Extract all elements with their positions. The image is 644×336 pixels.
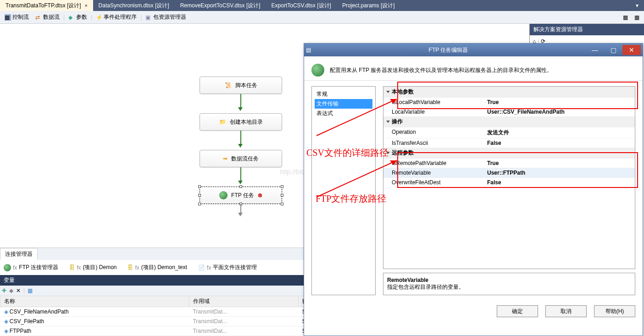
task-dataflow[interactable]: ➡数据流任务: [200, 150, 282, 167]
conn-flatfile[interactable]: 📄fx平面文件连接管理: [198, 264, 257, 271]
cat-remote[interactable]: 远程参数: [383, 148, 635, 158]
db-icon: 🗄: [128, 264, 133, 271]
nav-general[interactable]: 常规: [315, 89, 372, 99]
cancel-button[interactable]: 取消: [545, 305, 587, 317]
prop-localvar[interactable]: LocalVariableUser::CSV_FileNameAndPath: [383, 107, 635, 116]
dialog-nav: 常规 文件传输 表达式: [311, 86, 376, 295]
minimize-button[interactable]: —: [586, 45, 604, 55]
dialog-titlebar[interactable]: ▤ FTP 任务编辑器 — ▢ ✕: [304, 44, 643, 56]
tab-transmit[interactable]: TransmitDataToFTP.dtsx [设计]×: [0, 0, 93, 11]
parameters-tab[interactable]: ◆参数: [66, 12, 90, 22]
tab-exportcsv[interactable]: ExportToCSV.dtsx [设计]: [266, 0, 337, 11]
dialog-title: FTP 任务编辑器: [311, 46, 586, 54]
property-description: RemoteVariable 指定包含远程目录路径的变量。: [383, 273, 635, 295]
move-var-icon[interactable]: ◆: [9, 287, 13, 294]
grid-options-icon[interactable]: ▦: [28, 287, 33, 294]
property-grid: 本地参数 IsLocalPathVariableTrue LocalVariab…: [383, 86, 635, 269]
control-flow-tab[interactable]: ▦控制流: [2, 12, 32, 22]
conn-demon[interactable]: 🗄fx(项目) Demon: [69, 264, 117, 271]
globe-icon: [311, 64, 324, 77]
dataflow-icon: ➡: [223, 155, 228, 162]
prop-ascii[interactable]: IsTransferAsciiFalse: [383, 138, 635, 148]
cat-local[interactable]: 本地参数: [383, 87, 635, 97]
dialog-icon: ▤: [306, 47, 311, 53]
package-explorer-tab[interactable]: ▣包资源管理器: [143, 12, 189, 22]
col-name[interactable]: 名称: [0, 296, 189, 307]
delete-var-icon[interactable]: ✕: [16, 287, 21, 294]
close-icon[interactable]: ×: [85, 3, 88, 8]
data-flow-tab[interactable]: ⇄数据流: [33, 12, 62, 22]
globe-icon: [4, 264, 11, 271]
file-icon: 📄: [198, 264, 205, 271]
conn-demon-text[interactable]: 🗄fx(项目) Demon_text: [128, 264, 187, 271]
help-button[interactable]: 帮助(H): [594, 305, 635, 317]
conn-mgr-tab[interactable]: 连接管理器: [0, 248, 38, 260]
prop-isremotepath[interactable]: IsRemotePathVariableTrue: [383, 158, 635, 168]
db-icon: 🗄: [69, 264, 75, 271]
toolbar-btn-2[interactable]: ▦: [632, 13, 642, 22]
task-script[interactable]: 📜脚本任务: [200, 77, 282, 94]
tab-datasync[interactable]: DataSynchronism.dtsx [设计]: [93, 0, 175, 11]
prop-operation[interactable]: Operation发送文件: [383, 127, 635, 138]
designer-toolbar: ▦控制流 ⇄数据流 | ◆参数 | ⚡事件处理程序 | ▣包资源管理器 ▦ ▦: [0, 11, 644, 24]
prop-remotevar[interactable]: RemoteVariableUser::FTPPath: [383, 168, 635, 177]
solution-explorer-title: 解决方案资源管理器: [530, 24, 644, 35]
task-ftp[interactable]: FTP 任务 ⊗: [200, 187, 282, 204]
conn-ftp[interactable]: fxFTP 连接管理器: [4, 264, 58, 271]
col-scope[interactable]: 作用域: [189, 296, 298, 307]
cat-operation[interactable]: 操作: [383, 116, 635, 127]
event-handlers-tab[interactable]: ⚡事件处理程序: [93, 12, 139, 22]
ok-button[interactable]: 确定: [497, 305, 538, 317]
ftp-task-editor-dialog: ▤ FTP 任务编辑器 — ▢ ✕ 配置用来从 FTP 服务器发送和接收文件以及…: [304, 43, 643, 336]
prop-overwrite[interactable]: OverwriteFileAtDestFalse: [383, 177, 635, 187]
dialog-description: 配置用来从 FTP 服务器发送和接收文件以及管理本地和远程服务器上的目录和文件的…: [330, 66, 552, 74]
tab-params[interactable]: Project.params [设计]: [337, 0, 400, 11]
task-mkdir[interactable]: 📁创建本地目录: [200, 113, 282, 131]
tab-removeexport[interactable]: RemoveExportToCSV.dtsx [设计]: [175, 0, 266, 11]
prop-islocalpath[interactable]: IsLocalPathVariableTrue: [383, 97, 635, 107]
script-icon: 📜: [225, 82, 232, 88]
maximize-button[interactable]: ▢: [604, 45, 622, 55]
nav-file-transfer[interactable]: 文件传输: [315, 99, 372, 109]
nav-expressions[interactable]: 表达式: [315, 109, 372, 118]
add-var-icon[interactable]: ✚: [2, 287, 6, 294]
tabs-dropdown[interactable]: ▾: [630, 0, 644, 11]
toolbar-btn-1[interactable]: ▦: [620, 13, 631, 22]
globe-icon: [219, 191, 228, 199]
error-icon: ⊗: [258, 192, 262, 198]
folder-icon: 📁: [219, 119, 226, 125]
document-tabs: TransmitDataToFTP.dtsx [设计]× DataSynchro…: [0, 0, 644, 11]
close-button[interactable]: ✕: [622, 45, 641, 55]
